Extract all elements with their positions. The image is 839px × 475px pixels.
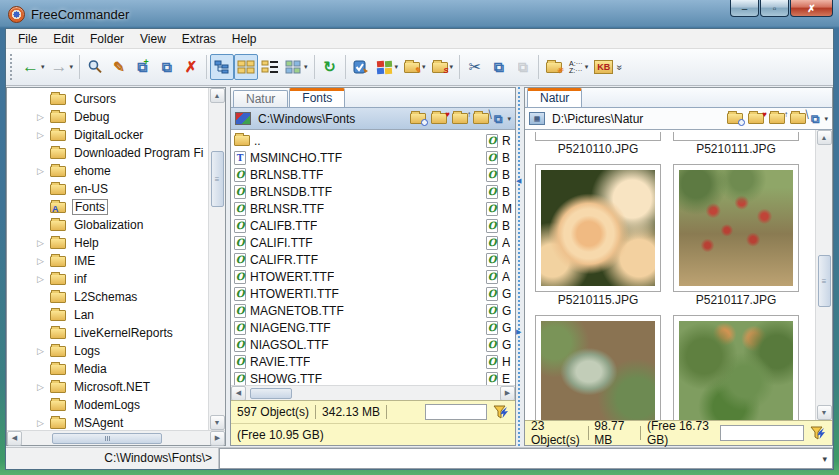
up-level-button[interactable]: ↑ <box>769 111 787 126</box>
path-dropdown[interactable]: ▾ <box>507 115 511 123</box>
kb-button[interactable]: KB <box>591 54 616 80</box>
properties-button[interactable] <box>349 54 373 80</box>
tree-item[interactable]: ▷Help <box>37 234 208 252</box>
tree-item[interactable]: ▷Debug <box>37 108 208 126</box>
special-folders-dropdown[interactable]: ▾ <box>450 63 454 71</box>
tree-view-toggle[interactable] <box>210 54 234 80</box>
cut-button[interactable]: ✂ <box>463 54 487 80</box>
expand-arrow-icon[interactable]: ▷ <box>37 418 50 428</box>
folder-history-button[interactable] <box>410 111 428 126</box>
move-to-button[interactable]: ⧉ <box>155 54 179 80</box>
file-row[interactable]: OA <box>483 234 515 251</box>
file-row[interactable]: OB <box>483 217 515 234</box>
special-folders-button[interactable]: S▾ <box>429 54 457 80</box>
tree-item[interactable]: ▷Logs <box>37 342 208 360</box>
filter-funnel-icon[interactable] <box>810 426 826 441</box>
tree-item[interactable]: ▷L2Schemas <box>37 288 208 306</box>
copy-path-icon[interactable]: ⧉ <box>811 112 820 126</box>
sort-dropdown[interactable]: ▾ <box>585 63 589 71</box>
dual-panel-toggle[interactable] <box>234 54 258 80</box>
scroll-right-arrow[interactable]: ▶ <box>210 431 225 446</box>
file-row[interactable]: OR <box>483 132 515 149</box>
tree-item[interactable]: ▷Globalization <box>37 216 208 234</box>
back-button[interactable]: ←▾ <box>19 54 48 80</box>
file-row[interactable]: OB <box>483 166 515 183</box>
file-row[interactable]: TMSMINCHO.TTF <box>231 149 515 166</box>
tab-natur[interactable]: Natur <box>233 90 288 107</box>
scroll-left-arrow[interactable]: ◀ <box>7 431 22 446</box>
expand-arrow-icon[interactable]: ▷ <box>37 382 50 392</box>
menu-edit[interactable]: Edit <box>45 30 82 48</box>
tab-fonts[interactable]: Fonts <box>289 88 345 107</box>
tree-item[interactable]: ▷MSAgent <box>37 414 208 430</box>
windows-menu-button[interactable]: ▾ <box>373 54 402 80</box>
tree-item[interactable]: ▷LiveKernelReports <box>37 324 208 342</box>
expand-arrow-icon[interactable]: ▷ <box>37 274 50 284</box>
search-button[interactable] <box>83 54 107 80</box>
file-row[interactable]: OSHOWG.TTF <box>231 370 515 385</box>
tree-item[interactable]: ▷ModemLogs <box>37 396 208 414</box>
folder-list-view-button[interactable] <box>258 54 282 80</box>
command-input[interactable]: ▾ <box>219 448 833 469</box>
thumbnail[interactable] <box>673 315 799 420</box>
command-dropdown-icon[interactable]: ▾ <box>817 454 832 464</box>
scroll-thumb[interactable] <box>250 388 292 399</box>
windows-menu-dropdown[interactable]: ▾ <box>395 63 399 71</box>
folder-history-button[interactable] <box>727 111 745 126</box>
minimize-button[interactable]: – <box>730 0 759 17</box>
expand-arrow-icon[interactable]: ▷ <box>37 166 50 176</box>
file-row[interactable]: .. <box>231 132 515 149</box>
expand-arrow-icon[interactable]: ▷ <box>37 130 50 140</box>
tab-natur-right[interactable]: Natur <box>527 88 582 107</box>
file-row[interactable]: ORAVIE.TTF <box>231 353 515 370</box>
scroll-up-arrow[interactable]: ▲ <box>817 130 832 145</box>
file-row[interactable]: OM <box>483 200 515 217</box>
scroll-thumb[interactable]: ≡ <box>818 255 831 307</box>
file-row[interactable]: OMAGNETOB.TTF <box>231 302 515 319</box>
refresh-button[interactable]: ↻ <box>318 54 342 80</box>
file-row[interactable]: OG <box>483 285 515 302</box>
menu-view[interactable]: View <box>132 30 174 48</box>
file-row[interactable]: OB <box>483 149 515 166</box>
file-row[interactable]: OH <box>483 353 515 370</box>
thumbnail-vertical-scrollbar[interactable]: ▲ ≡ ▼ <box>815 130 832 420</box>
tree-vertical-scrollbar[interactable]: ▲ ≡ ▼ <box>208 88 225 430</box>
forward-dropdown[interactable]: ▾ <box>70 63 74 71</box>
panel-splitter[interactable]: ◀▶ <box>518 87 524 446</box>
file-row[interactable]: OBRLNSB.TTF <box>231 166 515 183</box>
tree-item[interactable]: ▷Lan <box>37 306 208 324</box>
file-row[interactable]: OHTOWERT.TTF <box>231 268 515 285</box>
copy-to-button[interactable]: ⧉+ <box>131 54 155 80</box>
tree-item[interactable]: ▷en-US <box>37 180 208 198</box>
scroll-thumb[interactable]: ≡ <box>211 151 224 207</box>
root-folder-button[interactable]: ╲ <box>790 111 808 126</box>
file-row[interactable]: ONIAGENG.TTF <box>231 319 515 336</box>
filter-input[interactable] <box>720 425 804 441</box>
toolbar-grip[interactable] <box>10 54 15 80</box>
up-level-button[interactable]: ↑ <box>452 111 470 126</box>
thumbnail[interactable] <box>673 164 799 292</box>
tree-item-fonts-selected[interactable]: ▷AFonts <box>37 198 208 216</box>
scroll-right-arrow[interactable]: ▶ <box>500 386 515 401</box>
close-button[interactable]: ✗ <box>790 0 833 17</box>
file-row[interactable]: OCALIFR.TTF <box>231 251 515 268</box>
tree-item[interactable]: ▷DigitalLocker <box>37 126 208 144</box>
thumbnails-dropdown[interactable]: ▾ <box>304 63 308 71</box>
sort-button[interactable]: A:···Z:··· ▾ <box>566 54 591 80</box>
scroll-thumb[interactable] <box>52 433 162 444</box>
maximize-button[interactable]: ▫ <box>760 0 789 17</box>
expand-arrow-icon[interactable]: ▷ <box>37 238 50 248</box>
file-row[interactable]: OBRLNSR.TTF <box>231 200 515 217</box>
expand-arrow-icon[interactable]: ▷ <box>37 346 50 356</box>
thumbnail[interactable] <box>535 132 661 141</box>
file-row[interactable]: OBRLNSDB.TTF <box>231 183 515 200</box>
tree-item[interactable]: ▷Downloaded Program Fi <box>37 144 208 162</box>
file-row[interactable]: OCALIFB.TTF <box>231 217 515 234</box>
edit-file-button[interactable]: ✎ <box>107 54 131 80</box>
thumbnail[interactable] <box>535 164 661 292</box>
file-row[interactable]: ONIAGSOL.TTF <box>231 336 515 353</box>
file-row[interactable]: OG <box>483 319 515 336</box>
tree-item[interactable]: ▷IME <box>37 252 208 270</box>
filter-input[interactable] <box>425 404 487 420</box>
thumbnails-view-button[interactable]: ▾ <box>282 54 311 80</box>
